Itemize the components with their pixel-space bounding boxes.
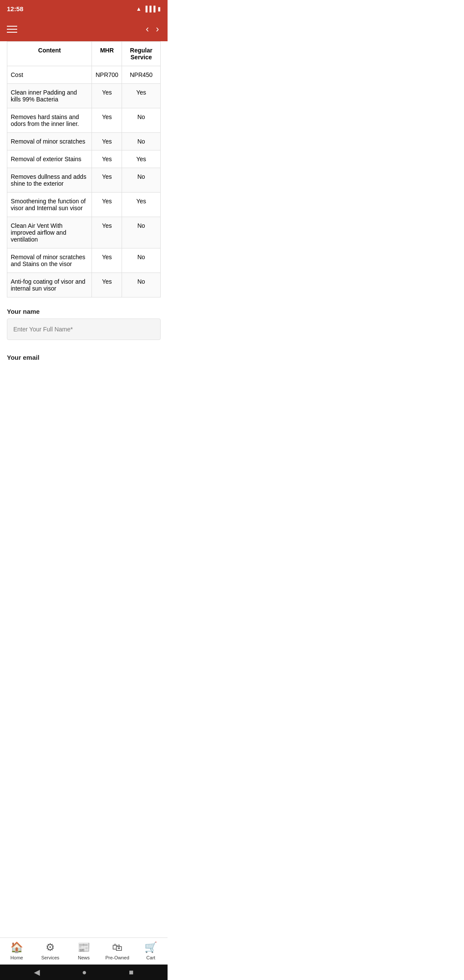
status-time: 12:58 bbox=[7, 5, 23, 12]
table-row: Clean inner Padding and kills 99% Bacter… bbox=[7, 84, 161, 108]
row-regular-service: No bbox=[122, 108, 161, 133]
name-form-section: Your name bbox=[7, 308, 161, 347]
row-regular-service: Yes bbox=[122, 150, 161, 168]
row-content: Smoothening the function of visor and In… bbox=[7, 193, 92, 217]
row-regular-service: No bbox=[122, 168, 161, 193]
sys-home-btn[interactable]: ● bbox=[82, 968, 87, 977]
table-row: Removal of minor scratches and Stains on… bbox=[7, 248, 161, 273]
row-regular-service: No bbox=[122, 133, 161, 150]
battery-icon: ▮ bbox=[158, 6, 161, 12]
row-content: Removes hard stains and odors from the i… bbox=[7, 108, 92, 133]
sys-back-btn[interactable]: ◀ bbox=[34, 968, 40, 977]
row-content: Removal of minor scratches and Stains on… bbox=[7, 248, 92, 273]
name-input[interactable] bbox=[7, 318, 161, 340]
row-content: Clean inner Padding and kills 99% Bacter… bbox=[7, 84, 92, 108]
signal-icon: ▐▐▐ bbox=[143, 6, 156, 12]
table-row: Removes dullness and adds shine to the e… bbox=[7, 168, 161, 193]
email-form-section: Your email bbox=[7, 354, 161, 371]
table-row: Removes hard stains and odors from the i… bbox=[7, 108, 161, 133]
services-label: Services bbox=[41, 955, 59, 960]
row-content: Removes dullness and adds shine to the e… bbox=[7, 168, 92, 193]
sys-recent-btn[interactable]: ■ bbox=[129, 968, 134, 977]
row-mhr: Yes bbox=[92, 168, 122, 193]
cart-label: Cart bbox=[147, 955, 156, 960]
table-row: Cost NPR700 NPR450 bbox=[7, 66, 161, 84]
table-row: Removal of exterior Stains Yes Yes bbox=[7, 150, 161, 168]
row-regular-service: No bbox=[122, 217, 161, 248]
status-bar: 12:58 ▲ ▐▐▐ ▮ bbox=[0, 0, 168, 17]
col-header-mhr: MHR bbox=[92, 42, 122, 66]
wifi-icon: ▲ bbox=[136, 6, 141, 12]
nav-home[interactable]: 🏠 Home bbox=[0, 941, 34, 960]
status-icons: ▲ ▐▐▐ ▮ bbox=[136, 6, 161, 12]
nav-arrows: ‹ › bbox=[144, 22, 161, 37]
news-label: News bbox=[78, 955, 90, 960]
nav-pre-owned[interactable]: 🛍 Pre-Owned bbox=[101, 941, 134, 960]
row-mhr: Yes bbox=[92, 108, 122, 133]
system-nav: ◀ ● ■ bbox=[0, 965, 168, 980]
row-mhr: Yes bbox=[92, 133, 122, 150]
row-mhr: Yes bbox=[92, 150, 122, 168]
main-content: Content MHR Regular Service Cost NPR700 … bbox=[0, 41, 168, 378]
email-label: Your email bbox=[7, 354, 161, 361]
row-content: Cost bbox=[7, 66, 92, 84]
table-row: Clean Air Vent With improved airflow and… bbox=[7, 217, 161, 248]
services-icon: ⚙ bbox=[46, 941, 55, 953]
row-content: Removal of exterior Stains bbox=[7, 150, 92, 168]
row-mhr: NPR700 bbox=[92, 66, 122, 84]
row-mhr: Yes bbox=[92, 248, 122, 273]
pre-owned-icon: 🛍 bbox=[112, 941, 122, 953]
row-regular-service: No bbox=[122, 248, 161, 273]
table-row: Smoothening the function of visor and In… bbox=[7, 193, 161, 217]
top-nav: ‹ › bbox=[0, 17, 168, 41]
forward-arrow[interactable]: › bbox=[154, 22, 161, 37]
table-row: Removal of minor scratches Yes No bbox=[7, 133, 161, 150]
row-regular-service: NPR450 bbox=[122, 66, 161, 84]
home-label: Home bbox=[10, 955, 23, 960]
pre-owned-label: Pre-Owned bbox=[105, 955, 129, 960]
row-mhr: Yes bbox=[92, 273, 122, 297]
bottom-nav: 🏠 Home ⚙ Services 📰 News 🛍 Pre-Owned 🛒 C… bbox=[0, 937, 168, 965]
news-icon: 📰 bbox=[77, 941, 90, 953]
row-mhr: Yes bbox=[92, 217, 122, 248]
col-header-regular-service: Regular Service bbox=[122, 42, 161, 66]
row-mhr: Yes bbox=[92, 193, 122, 217]
row-content: Removal of minor scratches bbox=[7, 133, 92, 150]
home-icon: 🏠 bbox=[10, 941, 23, 953]
row-content: Clean Air Vent With improved airflow and… bbox=[7, 217, 92, 248]
nav-services[interactable]: ⚙ Services bbox=[34, 941, 67, 960]
row-regular-service: Yes bbox=[122, 193, 161, 217]
row-mhr: Yes bbox=[92, 84, 122, 108]
table-row: Anti-fog coating of visor and internal s… bbox=[7, 273, 161, 297]
hamburger-menu[interactable] bbox=[7, 26, 17, 33]
row-regular-service: No bbox=[122, 273, 161, 297]
nav-cart[interactable]: 🛒 Cart bbox=[134, 941, 168, 960]
comparison-table: Content MHR Regular Service Cost NPR700 … bbox=[7, 41, 161, 297]
nav-news[interactable]: 📰 News bbox=[67, 941, 101, 960]
name-label: Your name bbox=[7, 308, 161, 315]
row-content: Anti-fog coating of visor and internal s… bbox=[7, 273, 92, 297]
back-arrow[interactable]: ‹ bbox=[144, 22, 150, 37]
cart-icon: 🛒 bbox=[144, 941, 157, 953]
row-regular-service: Yes bbox=[122, 84, 161, 108]
col-header-content: Content bbox=[7, 42, 92, 66]
